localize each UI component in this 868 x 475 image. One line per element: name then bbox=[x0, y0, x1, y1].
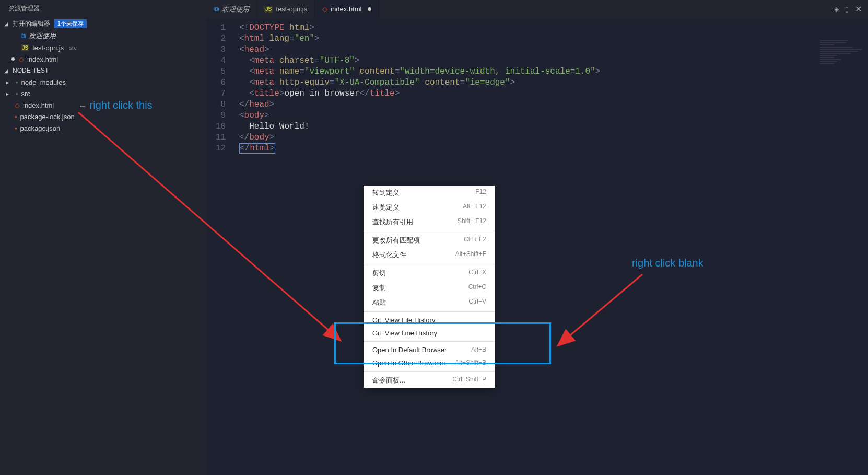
js-icon: JS bbox=[264, 6, 273, 13]
file-label: index.html bbox=[23, 101, 54, 109]
menu-label: Git: View File History bbox=[372, 316, 435, 324]
chevron-down-icon: ◢ bbox=[4, 21, 10, 27]
menu-label: 复制 bbox=[372, 283, 386, 293]
folder-icon: ▪ bbox=[16, 78, 18, 86]
menu-label: 更改所有匹配项 bbox=[372, 236, 420, 245]
menu-label: 速览定义 bbox=[372, 203, 400, 212]
js-icon: JS bbox=[21, 44, 29, 51]
code-editor[interactable]: 123456789101112 <!DOCTYPE html><html lan… bbox=[207, 18, 868, 475]
file-label: test-opn.js bbox=[32, 44, 64, 52]
tab-label: test-opn.js bbox=[276, 5, 307, 13]
menu-shortcut: Alt+B bbox=[471, 346, 486, 354]
vscode-icon: ⧉ bbox=[21, 32, 26, 40]
menu-item[interactable]: Git: View Line History bbox=[364, 327, 495, 340]
editor-area: ⧉欢迎使用JStest-opn.js◇index.html ◈ ▯ ✕ 1234… bbox=[207, 0, 868, 475]
explorer-sidebar: 资源管理器 ◢ 打开的编辑器 1个未保存 ⧉欢迎使用JStest-opn.jss… bbox=[0, 0, 207, 475]
chevron-right-icon: ▸ bbox=[6, 79, 13, 85]
unsaved-badge: 1个未保存 bbox=[54, 19, 87, 28]
menu-shortcut: Ctrl+C bbox=[468, 283, 486, 293]
editor-tab[interactable]: ◇index.html bbox=[315, 0, 379, 18]
modified-dot-icon bbox=[368, 7, 371, 11]
chevron-down-icon: ◢ bbox=[4, 68, 10, 74]
menu-label: Open In Other Browsers bbox=[372, 359, 445, 367]
menu-item[interactable]: Open In Default BrowserAlt+B bbox=[364, 343, 495, 356]
annotation-left: ← right click this bbox=[78, 99, 153, 111]
menu-shortcut: Ctrl+Shift+P bbox=[452, 376, 486, 385]
open-editors-header[interactable]: ◢ 打开的编辑器 1个未保存 bbox=[0, 17, 207, 30]
editor-tab[interactable]: JStest-opn.js bbox=[257, 0, 315, 18]
project-name: NODE-TEST bbox=[13, 67, 49, 74]
tab-label: index.html bbox=[331, 5, 361, 13]
folder-icon: ▪ bbox=[16, 90, 18, 98]
menu-shortcut: Ctrl+V bbox=[468, 298, 486, 307]
menu-label: Open In Default Browser bbox=[372, 346, 447, 354]
tree-item[interactable]: ▸▪node_modules bbox=[0, 76, 207, 88]
compare-icon[interactable]: ◈ bbox=[834, 5, 839, 13]
split-icon[interactable]: ▯ bbox=[845, 5, 849, 13]
modified-dot-icon bbox=[11, 57, 15, 61]
file-label: package.json bbox=[20, 124, 61, 132]
open-editor-item[interactable]: JStest-opn.jssrc bbox=[0, 42, 207, 53]
menu-item[interactable]: 格式化文件Alt+Shift+F bbox=[364, 248, 495, 262]
menu-item[interactable]: 速览定义Alt+ F12 bbox=[364, 200, 495, 215]
file-meta: src bbox=[69, 44, 77, 51]
menu-item[interactable]: Open In Other BrowsersAlt+Shift+B bbox=[364, 356, 495, 369]
menu-shortcut: Ctrl+ F2 bbox=[464, 236, 486, 245]
menu-label: 剪切 bbox=[372, 269, 386, 278]
json-icon: ▪ bbox=[15, 124, 17, 132]
menu-item[interactable]: 命令面板...Ctrl+Shift+P bbox=[364, 373, 495, 388]
vscode-icon: ⧉ bbox=[214, 5, 219, 14]
menu-shortcut: Ctrl+X bbox=[468, 269, 486, 278]
menu-item[interactable]: 转到定义F12 bbox=[364, 186, 495, 200]
menu-shortcut: Alt+Shift+F bbox=[455, 250, 486, 260]
explorer-title: 资源管理器 bbox=[0, 0, 207, 17]
open-editor-item[interactable]: ◇index.html bbox=[0, 53, 207, 65]
tab-label: 欢迎使用 bbox=[222, 5, 249, 14]
file-label: 欢迎使用 bbox=[29, 31, 56, 41]
minimap[interactable] bbox=[820, 39, 867, 60]
html-icon: ◇ bbox=[15, 101, 20, 109]
file-label: node_modules bbox=[21, 78, 66, 86]
annotation-right: right click blank bbox=[632, 257, 703, 269]
tab-actions: ◈ ▯ ✕ bbox=[827, 0, 868, 18]
html-icon: ◇ bbox=[19, 55, 24, 63]
menu-shortcut: Shift+ F12 bbox=[458, 217, 486, 227]
tree-item[interactable]: ▪package-lock.json bbox=[0, 111, 207, 122]
open-editor-item[interactable]: ⧉欢迎使用 bbox=[0, 30, 207, 42]
tree-item[interactable]: ▸▪src bbox=[0, 88, 207, 99]
menu-item[interactable]: 查找所有引用Shift+ F12 bbox=[364, 215, 495, 229]
menu-label: 查找所有引用 bbox=[372, 217, 413, 227]
context-menu[interactable]: 转到定义F12速览定义Alt+ F12查找所有引用Shift+ F12更改所有匹… bbox=[364, 186, 495, 388]
tree-item[interactable]: ▪package.json bbox=[0, 122, 207, 134]
json-icon: ▪ bbox=[15, 113, 17, 121]
html-icon: ◇ bbox=[322, 5, 327, 13]
menu-item[interactable]: 复制Ctrl+C bbox=[364, 281, 495, 295]
tab-bar: ⧉欢迎使用JStest-opn.js◇index.html ◈ ▯ ✕ bbox=[207, 0, 868, 18]
menu-label: Git: View Line History bbox=[372, 329, 437, 337]
menu-shortcut: Alt+Shift+B bbox=[455, 359, 486, 367]
menu-item[interactable]: 剪切Ctrl+X bbox=[364, 266, 495, 281]
file-label: index.html bbox=[27, 55, 58, 63]
menu-shortcut: F12 bbox=[475, 188, 486, 198]
menu-label: 粘贴 bbox=[372, 298, 386, 307]
line-gutter: 123456789101112 bbox=[207, 18, 233, 475]
file-label: package-lock.json bbox=[20, 113, 75, 121]
open-editors-label: 打开的编辑器 bbox=[13, 19, 50, 28]
menu-item[interactable]: 更改所有匹配项Ctrl+ F2 bbox=[364, 233, 495, 248]
close-icon[interactable]: ✕ bbox=[855, 4, 862, 14]
menu-label: 转到定义 bbox=[372, 188, 400, 198]
menu-item[interactable]: Git: View File History bbox=[364, 314, 495, 327]
menu-item[interactable]: 粘贴Ctrl+V bbox=[364, 295, 495, 310]
chevron-right-icon: ▸ bbox=[6, 91, 13, 97]
project-header[interactable]: ◢ NODE-TEST bbox=[0, 65, 207, 76]
editor-tab[interactable]: ⧉欢迎使用 bbox=[207, 0, 257, 18]
menu-label: 格式化文件 bbox=[372, 250, 406, 260]
menu-shortcut: Alt+ F12 bbox=[463, 203, 486, 212]
menu-label: 命令面板... bbox=[372, 376, 405, 385]
file-label: src bbox=[21, 90, 30, 98]
